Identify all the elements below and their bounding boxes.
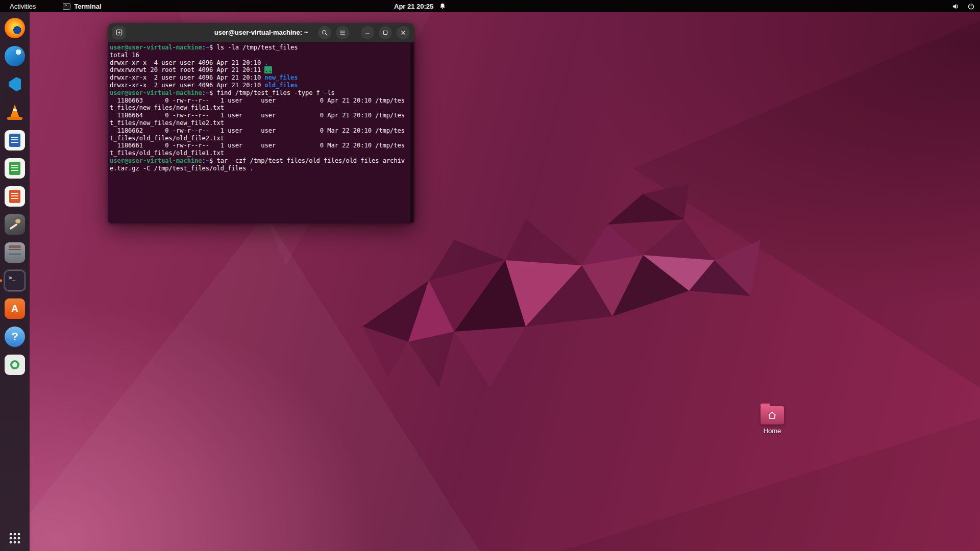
terminal-line: drwxr-xr-x 4 user user 4096 Apr 21 20:10…	[110, 59, 413, 67]
terminal-line: 1186661 0 -rw-r--r-- 1 user user 0 Mar 2…	[110, 142, 413, 149]
home-icon-label: Home	[764, 427, 781, 435]
minimize-icon	[364, 29, 371, 36]
vscode-icon	[5, 74, 25, 94]
close-icon	[400, 29, 407, 36]
vlc-icon	[5, 102, 25, 122]
terminal-scrollbar[interactable]	[410, 43, 413, 222]
dock-item-ubuntu-software[interactable]	[4, 297, 26, 320]
hamburger-menu-button[interactable]	[336, 26, 349, 39]
app-menu-label: Terminal	[74, 3, 101, 10]
hamburger-menu-icon	[339, 29, 346, 36]
clock-label: Apr 21 20:25	[394, 3, 433, 10]
dock-item-software-updater[interactable]	[4, 354, 26, 376]
terminal-line: t_files/old_files/old_file2.txt	[110, 135, 413, 142]
terminal-line: drwxrwxrwt 20 root root 4096 Apr 21 20:1…	[110, 66, 413, 74]
system-status-area[interactable]	[952, 0, 975, 12]
dock-item-firefox[interactable]	[4, 17, 26, 39]
dock	[0, 12, 30, 551]
new-tab-icon	[115, 29, 123, 36]
dock-items	[4, 17, 26, 382]
notification-bell-icon	[439, 3, 446, 10]
terminal-output: user@user-virtual-machine:~$ ls -la /tmp…	[110, 44, 413, 172]
terminal-line: user@user-virtual-machine:~$ ls -la /tmp…	[110, 44, 413, 52]
terminal-line: drwxr-xr-x 2 user user 4096 Apr 21 20:10…	[110, 74, 413, 82]
search-button[interactable]	[318, 26, 331, 39]
clock-menu[interactable]: Apr 21 20:25	[394, 0, 446, 12]
window-titlebar[interactable]: user@user-virtual-machine: ~	[108, 23, 414, 42]
libreoffice-calc-icon	[5, 158, 25, 179]
dock-item-help[interactable]	[4, 325, 26, 348]
volume-icon	[952, 3, 960, 10]
firefox-icon	[5, 18, 25, 38]
dock-item-libreoffice-impress[interactable]	[4, 185, 26, 208]
libreoffice-writer-icon	[5, 130, 25, 151]
new-tab-button[interactable]	[112, 26, 126, 39]
gimp-icon	[5, 214, 25, 235]
terminal-line: 1186664 0 -rw-r--r-- 1 user user 0 Apr 2…	[110, 112, 413, 119]
terminal-icon	[5, 270, 25, 291]
app-menu[interactable]: Terminal	[63, 3, 101, 10]
files-icon	[5, 242, 25, 263]
running-indicator	[0, 280, 2, 282]
maximize-icon	[382, 29, 389, 36]
maximize-button[interactable]	[379, 26, 392, 39]
dock-item-files[interactable]	[4, 241, 26, 264]
terminal-line: user@user-virtual-machine:~$ find /tmp/t…	[110, 89, 413, 97]
terminal-line: drwxr-xr-x 2 user user 4096 Apr 21 20:10…	[110, 82, 413, 89]
terminal-small-icon	[63, 3, 70, 10]
dock-item-thunderbird[interactable]	[4, 45, 26, 67]
desktop-icon-home[interactable]: Home	[757, 406, 788, 435]
terminal-line: 1186662 0 -rw-r--r-- 1 user user 0 Mar 2…	[110, 127, 413, 135]
libreoffice-impress-icon	[5, 186, 25, 207]
terminal-line: user@user-virtual-machine:~$ tar -czf /t…	[110, 157, 413, 165]
close-button[interactable]	[397, 26, 410, 39]
terminal-line: t_files/new_files/new_file1.txt	[110, 104, 413, 112]
dock-item-vscode[interactable]	[4, 73, 26, 95]
house-icon	[768, 411, 777, 419]
thunderbird-icon	[5, 46, 25, 66]
show-applications-button[interactable]	[9, 532, 21, 544]
top-bar: Activities Terminal Apr 21 20:25	[0, 0, 980, 12]
ubuntu-software-icon	[5, 298, 25, 319]
terminal-window: user@user-virtual-machine: ~	[108, 23, 414, 223]
terminal-line: 1186663 0 -rw-r--r-- 1 user user 0 Apr 2…	[110, 97, 413, 105]
software-updater-icon	[5, 355, 25, 375]
dock-item-vlc[interactable]	[4, 101, 26, 123]
terminal-line: t_files/new_files/new_file2.txt	[110, 119, 413, 127]
search-icon	[321, 29, 328, 36]
terminal-content[interactable]: user@user-virtual-machine:~$ ls -la /tmp…	[108, 42, 414, 223]
dock-item-gimp[interactable]	[4, 213, 26, 236]
terminal-line: e.tar.gz -C /tmp/test_files/old_files .	[110, 165, 413, 172]
terminal-line: t_files/old_files/old_file1.txt	[110, 149, 413, 157]
minimize-button[interactable]	[361, 26, 374, 39]
dock-item-libreoffice-calc[interactable]	[4, 157, 26, 180]
activities-button[interactable]: Activities	[5, 2, 40, 11]
home-folder-icon	[761, 406, 784, 424]
terminal-line: total 16	[110, 52, 413, 59]
dock-item-terminal[interactable]	[4, 269, 26, 292]
dock-item-libreoffice-writer[interactable]	[4, 129, 26, 152]
help-icon	[5, 327, 25, 347]
power-icon	[967, 3, 975, 10]
